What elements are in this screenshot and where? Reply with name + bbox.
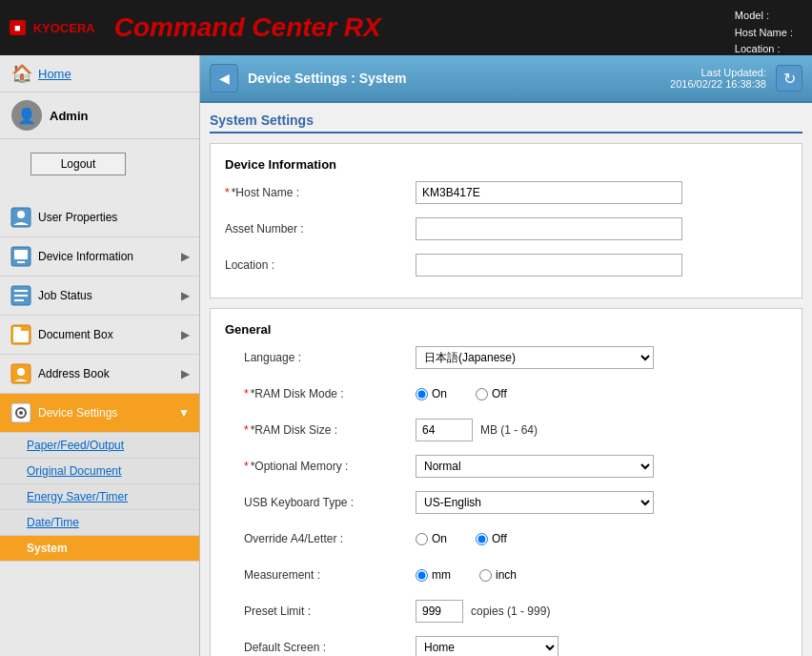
measurement-row: Measurement : mm inch [225, 562, 787, 588]
last-updated-info: Last Updated: 2016/02/22 16:38:38 [670, 67, 766, 90]
sidebar-item-device-settings[interactable]: Device Settings ▼ [0, 394, 199, 433]
sidebar-item-label: Job Status [38, 289, 181, 302]
sidebar-sub-item-energy-saver-timer[interactable]: Energy Saver/Timer [0, 484, 199, 510]
ram-disk-on-radio[interactable] [416, 388, 428, 400]
sidebar-item-document-box[interactable]: Document Box ▶ [0, 316, 199, 355]
sidebar-item-label: Device Information [38, 250, 181, 263]
main-layout: 🏠 Home 👤 Admin Logout User Properties [0, 55, 812, 656]
kyocera-badge: ■ [10, 20, 26, 35]
ram-disk-size-range-label: MB (1 - 64) [480, 423, 538, 437]
measurement-mm-label[interactable]: mm [416, 568, 451, 582]
user-properties-icon [10, 206, 32, 229]
header-device-info: Model : Host Name : Location : [735, 8, 793, 58]
device-settings-submenu: Paper/Feed/Output Original Document Ener… [0, 433, 199, 562]
ram-disk-size-label: **RAM Disk Size : [225, 423, 416, 437]
sidebar-sub-item-original-document[interactable]: Original Document [0, 459, 199, 484]
sidebar-sub-item-paper-feed-output[interactable]: Paper/Feed/Output [0, 433, 199, 459]
sidebar-item-device-information[interactable]: Device Information ▶ [0, 237, 199, 277]
ram-disk-size-row: **RAM Disk Size : MB (1 - 64) [225, 417, 787, 443]
preset-limit-row: Preset Limit : copies (1 - 999) [225, 598, 787, 625]
sidebar-user: 👤 Admin [0, 92, 199, 139]
svg-rect-3 [14, 250, 28, 259]
asset-number-row: Asset Number : [225, 215, 787, 242]
user-name-label: Admin [50, 109, 88, 123]
usb-keyboard-row: USB Keyboard Type : US-English Other [225, 489, 787, 516]
ram-disk-off-label[interactable]: Off [476, 387, 507, 400]
optional-memory-select[interactable]: Normal Maximum [416, 455, 654, 478]
main-content-area: ◀ Device Settings : System Last Updated:… [200, 55, 812, 656]
location-input[interactable] [416, 254, 682, 277]
job-status-icon [10, 284, 32, 307]
refresh-button[interactable]: ↻ [776, 65, 802, 92]
override-off-radio[interactable] [476, 533, 488, 545]
logo: ■ KYOCERA [10, 20, 95, 35]
sidebar-item-label: Device Settings [38, 406, 178, 420]
general-subsection-title: General [225, 322, 787, 337]
ram-disk-mode-radios: On Off [416, 387, 507, 400]
override-a4-row: Override A4/Letter : On Off [225, 525, 787, 552]
preset-limit-label: Preset Limit : [225, 605, 416, 618]
svg-rect-8 [14, 299, 24, 301]
back-button[interactable]: ◀ [210, 64, 238, 92]
address-book-icon [10, 362, 32, 385]
svg-rect-7 [14, 295, 28, 297]
content-header: ◀ Device Settings : System Last Updated:… [200, 55, 812, 103]
measurement-radios: mm inch [416, 568, 517, 582]
ram-disk-off-radio[interactable] [476, 388, 488, 400]
chevron-right-icon: ▶ [181, 328, 190, 341]
page-content: System Settings Device Information **Hos… [200, 103, 812, 656]
device-settings-icon [10, 401, 32, 424]
home-icon: 🏠 [11, 63, 32, 84]
logout-button[interactable]: Logout [30, 153, 126, 175]
optional-memory-label: **Optional Memory : [225, 460, 416, 473]
chevron-right-icon: ▶ [181, 367, 190, 380]
default-screen-select[interactable]: Home Copy Send Fax [416, 636, 558, 656]
override-on-label[interactable]: On [416, 532, 447, 545]
measurement-mm-radio[interactable] [416, 569, 428, 582]
asset-number-label: Asset Number : [225, 222, 416, 236]
language-row: Language : 日本語(Japanese) English Deutsch… [225, 344, 787, 371]
language-select[interactable]: 日本語(Japanese) English Deutsch Français [416, 346, 654, 369]
override-off-label[interactable]: Off [476, 532, 507, 545]
chevron-down-icon: ▼ [178, 406, 190, 420]
app-title: Command Center RX [114, 12, 381, 43]
measurement-inch-radio[interactable] [479, 569, 492, 582]
sidebar-sub-item-date-time[interactable]: Date/Time [0, 510, 199, 536]
avatar: 👤 [11, 100, 42, 131]
section-title: System Settings [210, 113, 802, 133]
sidebar-item-job-status[interactable]: Job Status ▶ [0, 277, 199, 316]
default-screen-row: Default Screen : Home Copy Send Fax [225, 634, 787, 656]
sidebar: 🏠 Home 👤 Admin Logout User Properties [0, 55, 200, 656]
sidebar-item-address-book[interactable]: Address Book ▶ [0, 355, 199, 394]
ram-disk-mode-row: **RAM Disk Mode : On Off [225, 380, 787, 407]
location-row: Location : [225, 252, 787, 278]
language-label: Language : [225, 351, 416, 364]
logout-container: Logout [0, 139, 199, 189]
host-name-row: **Host Name : [225, 179, 787, 206]
svg-rect-10 [13, 331, 29, 342]
measurement-inch-label[interactable]: inch [479, 568, 517, 582]
chevron-right-icon: ▶ [181, 250, 190, 263]
sidebar-home[interactable]: 🏠 Home [0, 55, 199, 92]
device-information-icon [10, 245, 32, 268]
sidebar-item-label: User Properties [38, 211, 190, 224]
override-a4-label: Override A4/Letter : [225, 532, 416, 545]
optional-memory-row: **Optional Memory : Normal Maximum [225, 453, 787, 480]
usb-keyboard-select[interactable]: US-English Other [416, 491, 654, 514]
general-section: General Language : 日本語(Japanese) English… [210, 308, 802, 656]
override-on-radio[interactable] [416, 533, 428, 545]
ram-disk-on-label[interactable]: On [416, 387, 447, 400]
svg-rect-4 [17, 261, 25, 263]
device-info-subsection-title: Device Information [225, 157, 787, 172]
preset-limit-input[interactable] [416, 600, 463, 623]
home-link[interactable]: Home [38, 67, 71, 81]
ram-disk-mode-label: **RAM Disk Mode : [225, 387, 416, 400]
sidebar-item-user-properties[interactable]: User Properties [0, 198, 199, 237]
sidebar-sub-item-system[interactable]: System [0, 536, 199, 562]
asset-number-input[interactable] [416, 217, 682, 240]
svg-point-1 [17, 211, 25, 218]
svg-rect-11 [13, 327, 21, 331]
host-name-input[interactable] [416, 181, 682, 204]
location-label: Location : [225, 258, 416, 272]
ram-disk-size-input[interactable] [416, 419, 473, 441]
